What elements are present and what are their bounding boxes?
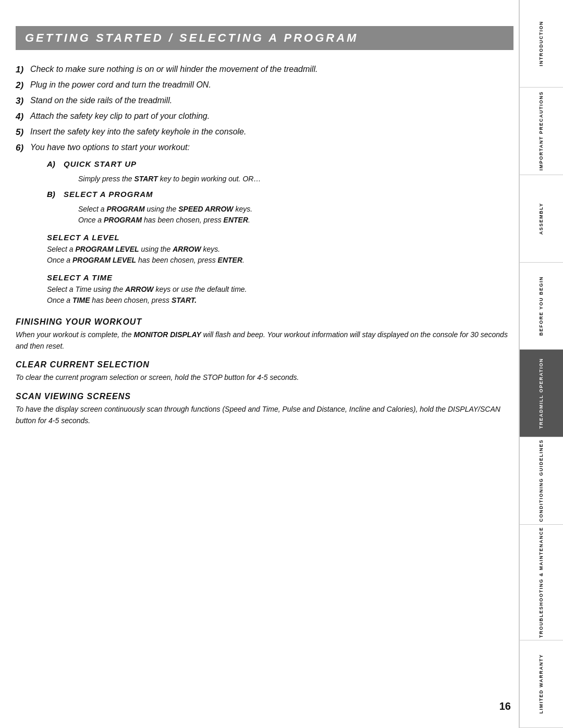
sidebar-label-warranty: LIMITED WARRANTY bbox=[538, 654, 544, 714]
sub-option-b-heading-row: B) SELECT A PROGRAM bbox=[47, 190, 513, 201]
sidebar-label-conditioning: CONDITIONING GUIDELINES bbox=[538, 439, 544, 522]
sidebar-label-precautions: IMPORTANT PRECAUTIONS bbox=[538, 91, 544, 170]
sidebar-item-assembly[interactable]: ASSEMBLY bbox=[520, 175, 563, 263]
sidebar-item-operation[interactable]: TREADMILL OPERATION bbox=[520, 350, 563, 437]
sidebar-item-precautions[interactable]: IMPORTANT PRECAUTIONS bbox=[520, 88, 563, 175]
select-time-heading: SELECT A TIME bbox=[47, 273, 513, 282]
step-6: 6) You have two options to start your wo… bbox=[16, 143, 513, 153]
sidebar-label-troubleshooting: TROUBLESHOOTING & MAINTENANCE bbox=[538, 527, 544, 638]
step-3: 3) Stand on the side rails of the treadm… bbox=[16, 96, 513, 106]
sidebar-item-conditioning[interactable]: CONDITIONING GUIDELINES bbox=[520, 437, 563, 525]
select-level-body: Select a PROGRAM LEVEL using the ARROW k… bbox=[47, 244, 513, 266]
sidebar: INTRODUCTION IMPORTANT PRECAUTIONS ASSEM… bbox=[519, 0, 563, 728]
select-time-section: SELECT A TIME Select a Time using the AR… bbox=[47, 273, 513, 306]
step-4-text: Attach the safety key clip to part of yo… bbox=[30, 112, 513, 121]
sidebar-item-troubleshooting[interactable]: TROUBLESHOOTING & MAINTENANCE bbox=[520, 525, 563, 640]
sidebar-label-operation: TREADMILL OPERATION bbox=[538, 358, 544, 429]
sidebar-item-introduction[interactable]: INTRODUCTION bbox=[520, 0, 563, 88]
sidebar-item-before-you-begin[interactable]: BEFORE YOU BEGIN bbox=[520, 263, 563, 350]
clear-heading: CLEAR CURRENT SELECTION bbox=[16, 360, 513, 369]
step-2: 2) Plug in the power cord and turn the t… bbox=[16, 80, 513, 91]
sidebar-label-introduction: INTRODUCTION bbox=[538, 21, 544, 66]
step-1: 1) Check to make sure nothing is on or w… bbox=[16, 65, 513, 75]
sub-option-b-body: Select a PROGRAM using the SPEED ARROW k… bbox=[78, 204, 513, 226]
clear-body: To clear the current program selection o… bbox=[16, 372, 513, 384]
finishing-section: FINISHING YOUR WORKOUT When your workout… bbox=[16, 317, 513, 352]
step-5: 5) Insert the safety key into the safety… bbox=[16, 127, 513, 138]
finishing-heading: FINISHING YOUR WORKOUT bbox=[16, 317, 513, 327]
scan-body: To have the display screen continuously … bbox=[16, 404, 513, 426]
select-level-section: SELECT A LEVEL Select a PROGRAM LEVEL us… bbox=[47, 233, 513, 266]
step-4: 4) Attach the safety key clip to part of… bbox=[16, 112, 513, 122]
sub-option-b: B) SELECT A PROGRAM Select a PROGRAM usi… bbox=[47, 190, 513, 226]
sidebar-label-before-you-begin: BEFORE YOU BEGIN bbox=[538, 276, 544, 336]
sidebar-label-assembly: ASSEMBLY bbox=[538, 203, 544, 235]
select-time-body: Select a Time using the ARROW keys or us… bbox=[47, 284, 513, 306]
page-title: GETTING STARTED / SELECTING A PROGRAM bbox=[25, 31, 504, 45]
sidebar-item-warranty[interactable]: LIMITED WARRANTY bbox=[520, 640, 563, 728]
main-content: GETTING STARTED / SELECTING A PROGRAM 1)… bbox=[16, 26, 513, 466]
step-5-text: Insert the safety key into the safety ke… bbox=[30, 127, 513, 137]
finishing-body: When your workout is complete, the MONIT… bbox=[16, 329, 513, 352]
step-1-text: Check to make sure nothing is on or will… bbox=[30, 65, 513, 74]
sub-option-a-body: Simply press the START key to begin work… bbox=[78, 174, 513, 184]
page-number: 16 bbox=[499, 700, 511, 712]
scan-section: SCAN VIEWING SCREENS To have the display… bbox=[16, 392, 513, 426]
numbered-steps: 1) Check to make sure nothing is on or w… bbox=[16, 65, 513, 153]
sub-option-a-heading-row: A) QUICK START UP bbox=[47, 159, 513, 170]
step-3-text: Stand on the side rails of the treadmill… bbox=[30, 96, 513, 105]
page-title-bar: GETTING STARTED / SELECTING A PROGRAM bbox=[16, 26, 513, 50]
sub-option-a: A) QUICK START UP Simply press the START… bbox=[47, 159, 513, 184]
scan-heading: SCAN VIEWING SCREENS bbox=[16, 392, 513, 401]
clear-section: CLEAR CURRENT SELECTION To clear the cur… bbox=[16, 360, 513, 384]
step-6-text: You have two options to start your worko… bbox=[30, 143, 513, 152]
select-level-heading: SELECT A LEVEL bbox=[47, 233, 513, 242]
step-2-text: Plug in the power cord and turn the trea… bbox=[30, 80, 513, 90]
